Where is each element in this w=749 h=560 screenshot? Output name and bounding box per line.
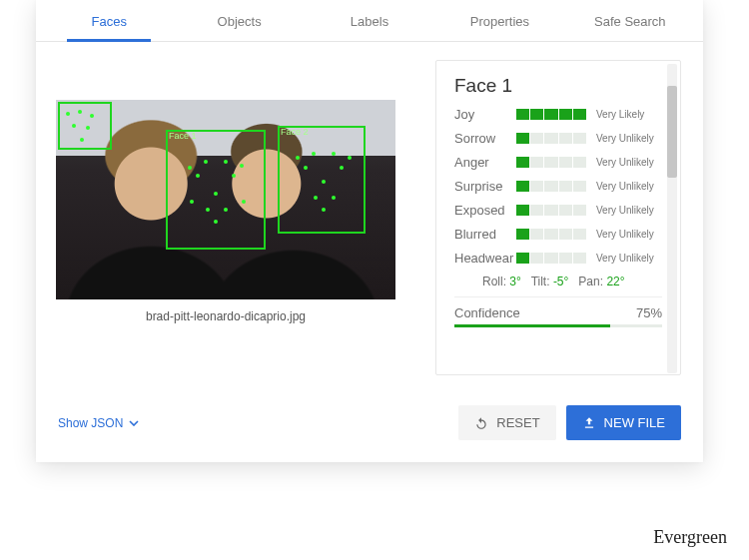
chevron-down-icon — [129, 420, 139, 426]
landmark-dot — [242, 200, 246, 204]
likelihood-meter — [516, 253, 586, 264]
attr-label: Joy — [454, 107, 516, 122]
meter-segment — [516, 157, 529, 168]
landmark-dot — [196, 174, 200, 178]
attr-label: Surprise — [454, 179, 516, 194]
meter-segment — [544, 229, 557, 240]
landmark-dot — [322, 208, 326, 212]
confidence-bar — [454, 324, 662, 327]
button-group: RESET NEW FILE — [458, 405, 681, 440]
landmark-dot — [312, 152, 316, 156]
meter-segment — [544, 157, 557, 168]
confidence-value: 75% — [636, 305, 662, 320]
meter-segment — [530, 133, 543, 144]
reset-icon — [474, 416, 488, 430]
landmark-dot — [332, 152, 336, 156]
landmark-dot — [86, 126, 90, 130]
meter-segment — [573, 205, 586, 216]
landmark-dot — [204, 160, 208, 164]
landmark-dot — [214, 192, 218, 196]
attr-row-exposed: ExposedVery Unlikely — [454, 203, 662, 218]
scrollbar[interactable] — [667, 64, 677, 373]
attr-row-sorrow: SorrowVery Unlikely — [454, 131, 662, 146]
image-column: Face 1 Face 2 — [56, 60, 435, 375]
new-file-label: NEW FILE — [604, 415, 665, 430]
image-filename: brad-pitt-leonardo-dicaprio.jpg — [56, 309, 395, 323]
face-details-card: Face 1 JoyVery LikelySorrowVery Unlikely… — [435, 60, 681, 375]
meter-segment — [530, 181, 543, 192]
reset-label: RESET — [496, 415, 539, 430]
likelihood-meter — [516, 157, 586, 168]
attr-row-headwear: HeadwearVery Unlikely — [454, 251, 662, 266]
scroll-thumb[interactable] — [667, 86, 677, 178]
roll-value: 3° — [509, 275, 520, 288]
landmark-dot — [322, 180, 326, 184]
face-rect-1[interactable]: Face 1 — [166, 130, 266, 250]
confidence-fill — [454, 324, 610, 327]
meter-segment — [544, 109, 557, 120]
likelihood-meter — [516, 109, 586, 120]
landmark-dot — [80, 138, 84, 142]
attr-row-surprise: SurpriseVery Unlikely — [454, 179, 662, 194]
landmark-dot — [188, 166, 192, 170]
meter-segment — [559, 109, 572, 120]
details-column: Face 1 JoyVery LikelySorrowVery Unlikely… — [435, 60, 703, 375]
landmark-dot — [214, 220, 218, 224]
attr-label: Blurred — [454, 227, 516, 242]
landmark-dot — [296, 156, 300, 160]
landmark-dot — [66, 112, 70, 116]
meter-segment — [516, 253, 529, 264]
tab-objects[interactable]: Objects — [174, 0, 304, 41]
pan-value: 22° — [606, 275, 624, 288]
meter-segment — [544, 205, 557, 216]
attr-value: Very Unlikely — [596, 229, 654, 240]
meter-segment — [544, 181, 557, 192]
landmark-dot — [78, 110, 82, 114]
meter-segment — [530, 109, 543, 120]
landmark-dot — [224, 208, 228, 212]
attr-row-anger: AngerVery Unlikely — [454, 155, 662, 170]
landmark-dot — [340, 166, 344, 170]
landmark-dot — [304, 166, 308, 170]
new-file-button[interactable]: NEW FILE — [566, 405, 681, 440]
landmark-dot — [332, 196, 336, 200]
meter-segment — [573, 229, 586, 240]
attr-value: Very Unlikely — [596, 181, 654, 192]
reset-button[interactable]: RESET — [458, 405, 555, 440]
attr-row-blurred: BlurredVery Unlikely — [454, 227, 662, 242]
meter-segment — [573, 133, 586, 144]
meter-segment — [559, 157, 572, 168]
tab-faces[interactable]: Faces — [44, 0, 174, 41]
face-rect-partial — [58, 102, 112, 150]
brand-watermark: Evergreen — [653, 527, 727, 548]
tilt-value: -5° — [553, 275, 568, 288]
action-bar: Show JSON RESET NEW FILE — [36, 387, 703, 462]
tab-properties[interactable]: Properties — [434, 0, 564, 41]
confidence-label: Confidence — [454, 305, 520, 320]
meter-segment — [559, 133, 572, 144]
attr-value: Very Likely — [596, 109, 644, 120]
show-json-toggle[interactable]: Show JSON — [58, 416, 139, 430]
landmark-dot — [348, 156, 352, 160]
landmark-dot — [232, 174, 236, 178]
landmark-dot — [72, 124, 76, 128]
meter-segment — [559, 205, 572, 216]
tab-bar: Faces Objects Labels Properties Safe Sea… — [36, 0, 703, 42]
analyzed-image: Face 1 Face 2 — [56, 100, 395, 299]
meter-segment — [544, 253, 557, 264]
meter-segment — [559, 253, 572, 264]
likelihood-meter — [516, 133, 586, 144]
meter-segment — [573, 181, 586, 192]
attr-value: Very Unlikely — [596, 133, 654, 144]
attr-label: Sorrow — [454, 131, 516, 146]
landmark-dot — [314, 196, 318, 200]
tab-labels[interactable]: Labels — [305, 0, 434, 41]
likelihood-meter — [516, 229, 586, 240]
attr-label: Exposed — [454, 203, 516, 218]
tab-safe-search[interactable]: Safe Search — [565, 0, 695, 41]
attr-label: Headwear — [454, 251, 516, 266]
tilt-label: Tilt: — [531, 275, 550, 288]
landmark-dot — [90, 114, 94, 118]
meter-segment — [516, 229, 529, 240]
vision-panel: Faces Objects Labels Properties Safe Sea… — [36, 0, 703, 462]
